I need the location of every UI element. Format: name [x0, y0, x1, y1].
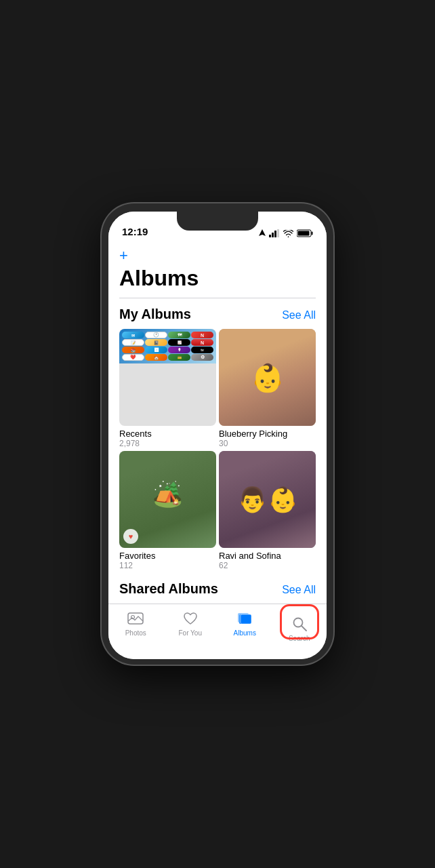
- my-albums-see-all[interactable]: See All: [282, 309, 316, 321]
- recents-ios-grid: ✉ 🕐 🗺 N 📝 📓 📈 N 📚 🅰 🎙 tv: [119, 329, 216, 363]
- svg-rect-2: [274, 231, 276, 237]
- app-wallet-icon: 💳: [168, 354, 190, 361]
- status-icons: [259, 229, 313, 237]
- shared-albums-title: Shared Albums: [119, 581, 218, 597]
- album-blueberry-name: Blueberry Picking: [219, 429, 316, 439]
- shared-see-all[interactable]: See All: [282, 584, 316, 596]
- tab-albums-label: Albums: [234, 629, 256, 637]
- photos-icon: [127, 610, 144, 627]
- album-favorites-count: 112: [119, 561, 216, 570]
- album-thumb-blueberry: [219, 329, 316, 426]
- album-ravi-name: Ravi and Sofina: [219, 551, 316, 561]
- app-home-icon: 🏠: [145, 354, 167, 361]
- tab-search[interactable]: Search: [272, 610, 327, 642]
- battery-icon: [297, 229, 313, 237]
- tab-search-label: Search: [289, 635, 310, 642]
- album-recents[interactable]: ✉ 🕐 🗺 N 📝 📓 📈 N 📚 🅰 🎙 tv: [119, 329, 216, 448]
- wifi-icon: [283, 230, 293, 237]
- albums-grid: ✉ 🕐 🗺 N 📝 📓 📈 N 📚 🅰 🎙 tv: [119, 329, 316, 570]
- app-podcasts-icon: 🎙: [168, 347, 190, 353]
- phone-frame: 12:19: [102, 203, 333, 665]
- album-thumb-favorites: ♥: [119, 451, 216, 548]
- app-appstore-icon: 🅰: [145, 347, 167, 353]
- album-recents-name: Recents: [119, 429, 216, 439]
- tab-photos-label: Photos: [125, 629, 146, 637]
- app-news2-icon: N: [191, 339, 213, 346]
- album-favorites[interactable]: ♥ Favorites 112: [119, 451, 216, 570]
- for-you-icon: [182, 610, 199, 627]
- search-icon: [291, 615, 308, 633]
- divider: [119, 298, 316, 298]
- app-tv-icon: tv: [191, 347, 213, 353]
- app-mail-icon: ✉: [122, 332, 144, 338]
- shared-albums-section: Shared Albums See All: [119, 581, 316, 604]
- app-health-icon: ❤️: [122, 354, 144, 361]
- album-blueberry[interactable]: Blueberry Picking 30: [219, 329, 316, 448]
- main-content: + Albums My Albums See All ✉ 🕐 🗺 N: [108, 241, 327, 604]
- svg-rect-11: [241, 614, 251, 624]
- svg-line-13: [302, 626, 306, 631]
- svg-rect-1: [272, 233, 274, 237]
- tab-photos[interactable]: Photos: [108, 610, 163, 637]
- tab-albums[interactable]: Albums: [218, 610, 272, 637]
- album-thumb-recents: ✉ 🕐 🗺 N 📝 📓 📈 N 📚 🅰 🎙 tv: [119, 329, 216, 426]
- app-settings-icon: ⚙: [191, 354, 213, 361]
- album-ravi[interactable]: Ravi and Sofina 62: [219, 451, 316, 570]
- add-button[interactable]: +: [119, 241, 316, 266]
- notch: [177, 212, 258, 231]
- app-clock-icon: 🕐: [145, 332, 167, 338]
- app-notes-icon: 📓: [145, 339, 167, 346]
- page-title: Albums: [119, 266, 316, 291]
- app-news-icon: N: [191, 332, 213, 338]
- tab-for-you-label: For You: [179, 629, 202, 637]
- favorites-heart-badge: ♥: [123, 529, 138, 544]
- status-time: 12:19: [122, 226, 148, 237]
- album-thumb-ravi: [219, 451, 316, 548]
- svg-rect-0: [269, 235, 271, 237]
- svg-rect-6: [298, 231, 310, 236]
- albums-icon: [236, 610, 253, 627]
- svg-rect-5: [312, 232, 313, 235]
- app-books-icon: 📚: [122, 347, 144, 353]
- my-albums-header: My Albums See All: [119, 307, 316, 322]
- album-favorites-name: Favorites: [119, 551, 216, 561]
- shared-albums-header: Shared Albums See All: [119, 581, 316, 597]
- baby-photo: [219, 329, 316, 426]
- location-icon: [259, 229, 266, 237]
- app-stocks-icon: 📈: [168, 339, 190, 346]
- signal-icon: [269, 229, 280, 237]
- ravi-photo: [219, 451, 316, 548]
- tab-for-you[interactable]: For You: [163, 610, 218, 637]
- album-recents-count: 2,978: [119, 439, 216, 448]
- tab-bar: Photos For You: [108, 604, 327, 659]
- app-reminders-icon: 📝: [122, 339, 144, 346]
- svg-rect-3: [277, 229, 279, 237]
- app-maps-icon: 🗺: [168, 332, 190, 338]
- album-blueberry-count: 30: [219, 439, 316, 448]
- album-ravi-count: 62: [219, 561, 316, 570]
- phone-screen: 12:19: [108, 212, 327, 659]
- my-albums-title: My Albums: [119, 307, 191, 322]
